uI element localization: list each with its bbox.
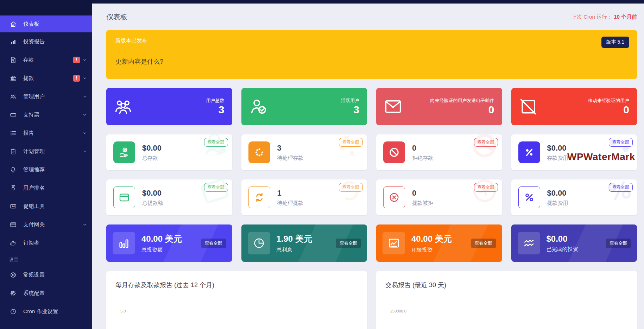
card-value: 40.00 美元	[411, 233, 452, 245]
card-value: $0.00	[547, 234, 578, 244]
total-users-card[interactable]: 用户总数 3	[106, 88, 232, 125]
sidebar-item-dashboard[interactable]: 仪表板	[0, 15, 92, 32]
chart-bars-icon	[113, 232, 135, 254]
card-label: 已完成的投资	[547, 246, 578, 253]
svg-text:$: $	[13, 60, 14, 62]
mobile-unverified-card[interactable]: 移动未经验证的用户 0	[511, 88, 637, 125]
stat-row-3: $0.00 总提款额 查看全部 1 待处理提款 查看全部 0 提款被拒 查看全部	[106, 179, 637, 215]
sidebar: 仪表板 投资报告 $ 存款 ! 提款 ! 管理用户 支持票 报告 计划管理	[0, 0, 92, 329]
view-all-button[interactable]: 查看全部	[606, 239, 631, 248]
stat-row-4: 40.00 美元 总投资额 查看全部 1.90 美元 总利息 查看全部 40.0…	[106, 224, 637, 262]
total-deposits-card: $0.00 总存款 查看全部	[106, 134, 232, 170]
card-label: 存款费用	[547, 155, 568, 162]
view-all-badge[interactable]: 查看全部	[474, 183, 498, 192]
card-value: 1.90 美元	[277, 233, 312, 245]
sidebar-item-label: 仪表板	[23, 21, 39, 27]
chevron-down-icon[interactable]	[83, 223, 87, 227]
card-label: 待处理提款	[277, 200, 304, 207]
sidebar-item-cron-settings[interactable]: Cron 作业设置	[0, 302, 92, 321]
card-label: 总存款	[142, 155, 162, 162]
chevron-down-icon[interactable]	[83, 58, 87, 62]
sidebar-item-manage-referrals[interactable]: 管理推荐	[0, 160, 92, 179]
list-icon	[9, 129, 17, 137]
card-label: 提款费用	[547, 200, 568, 207]
sidebar-item-label: 投资报告	[23, 38, 45, 45]
chevron-down-icon[interactable]	[83, 113, 87, 117]
sidebar-item-label: 用户排名	[23, 185, 45, 191]
sidebar-item-deposits[interactable]: $ 存款 !	[0, 51, 92, 69]
cron-value: 10 个月前	[614, 14, 637, 20]
stat-value: 0	[430, 104, 494, 116]
view-all-badge[interactable]: 查看全部	[609, 138, 633, 147]
card-label: 总提款额	[142, 200, 163, 207]
stat-row-2: $0.00 总存款 查看全部 3 待处理存款 查看全部 0 拒绝存款 查看全部	[106, 134, 637, 170]
version-banner: 新版本已发布 版本 5.1 更新内容是什么?	[106, 30, 637, 79]
view-all-badge[interactable]: 查看全部	[609, 183, 633, 192]
sidebar-item-label: Cron 作业设置	[23, 308, 58, 315]
sync-icon	[248, 186, 270, 208]
banner-title: 新版本已发布	[115, 37, 628, 44]
sidebar-item-promo-tools[interactable]: Ad 促销工具	[0, 197, 92, 215]
stat-value: 0	[588, 104, 629, 116]
thumbs-up-icon	[9, 239, 17, 247]
view-all-badge[interactable]: 查看全部	[204, 138, 228, 147]
alert-badge: !	[73, 75, 80, 82]
sidebar-item-general-settings[interactable]: 常规设置	[0, 266, 92, 284]
sidebar-item-label: 计划管理	[23, 148, 45, 155]
chevron-down-icon[interactable]	[83, 150, 87, 153]
card-label: 拒绝存款	[412, 155, 433, 162]
total-invested-card: 40.00 美元 总投资额 查看全部	[106, 224, 232, 262]
sidebar-item-plan-management[interactable]: 计划管理	[0, 142, 92, 160]
medal-icon	[9, 184, 17, 192]
view-all-button[interactable]: 查看全部	[471, 239, 496, 248]
view-all-button[interactable]: 查看全部	[336, 239, 361, 248]
card-value: $0.00	[142, 189, 163, 198]
total-interest-card: 1.90 美元 总利息 查看全部	[241, 224, 367, 262]
envelope-slash-icon	[519, 97, 537, 116]
card-label: 提款被拒	[412, 200, 433, 207]
ad-icon: Ad	[9, 202, 17, 210]
sidebar-item-system-configuration[interactable]: 系统配置	[0, 284, 92, 302]
card-value: $0.00	[547, 144, 568, 153]
active-users-card[interactable]: 活跃用户 3	[241, 88, 367, 125]
stat-label: 活跃用户	[341, 97, 359, 104]
sidebar-item-subscribers[interactable]: 订阅者	[0, 234, 92, 252]
chart-area-icon	[383, 232, 405, 254]
charts-section: 每月存款及取款报告 (过去 12 个月) 5.0 交易报告 (最近 30 天) …	[106, 271, 637, 329]
sidebar-item-label: 订阅者	[23, 240, 39, 246]
deposit-charge-card: $0.00 存款费用 查看全部	[511, 134, 637, 170]
view-all-button[interactable]: 查看全部	[201, 239, 226, 248]
sidebar-item-withdrawals[interactable]: 提款 !	[0, 69, 92, 87]
view-all-badge[interactable]: 查看全部	[339, 183, 363, 192]
clock-icon	[9, 308, 17, 315]
sidebar-item-support-tickets[interactable]: 支持票	[0, 106, 92, 124]
view-all-badge[interactable]: 查看全部	[204, 183, 228, 192]
sidebar-item-user-ranking[interactable]: 用户排名	[0, 179, 92, 197]
envelope-icon	[384, 97, 402, 116]
chart-title: 交易报告 (最近 30 天)	[385, 281, 628, 289]
view-all-badge[interactable]: 查看全部	[474, 138, 498, 147]
stat-row-1: 用户总数 3 活跃用户 3 向未经验证的用户发送电子邮件 0 移动未经验证的用户…	[106, 88, 637, 125]
chevron-down-icon[interactable]	[83, 131, 87, 135]
sidebar-item-label: 系统配置	[23, 290, 45, 297]
stat-label: 用户总数	[206, 97, 225, 104]
email-unverified-card[interactable]: 向未经验证的用户发送电子邮件 0	[376, 88, 502, 125]
main-content: 仪表板 上次 Cron 运行： 10 个月前 新版本已发布 版本 5.1 更新内…	[92, 4, 644, 329]
alert-badge: !	[73, 57, 80, 63]
card-label: 总投资额	[141, 247, 182, 253]
sidebar-item-payment-gateways[interactable]: 支付网关	[0, 215, 92, 234]
sidebar-top	[0, 0, 92, 15]
view-all-badge[interactable]: 查看全部	[339, 138, 363, 147]
version-badge[interactable]: 版本 5.1	[601, 37, 629, 48]
whats-new-link[interactable]: 更新内容是什么?	[115, 57, 163, 66]
sidebar-item-investment-report[interactable]: 投资报告	[0, 32, 92, 51]
chevron-down-icon[interactable]	[83, 76, 87, 80]
page-title: 仪表板	[106, 12, 127, 22]
spinner-icon	[248, 141, 270, 163]
credit-card-icon	[113, 186, 135, 208]
user-check-icon	[249, 97, 267, 116]
sidebar-item-reports[interactable]: 报告	[0, 124, 92, 142]
chevron-down-icon[interactable]	[83, 95, 87, 99]
pending-withdrawals-card: 1 待处理提款 查看全部	[241, 179, 367, 215]
sidebar-item-manage-users[interactable]: 管理用户	[0, 87, 92, 106]
